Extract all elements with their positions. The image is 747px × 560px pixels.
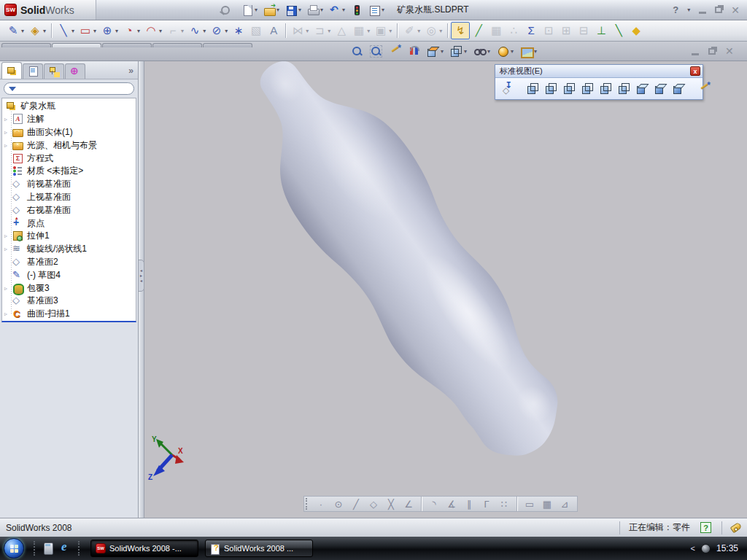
doc-restore-button[interactable] bbox=[708, 48, 716, 55]
splitter-handle[interactable]: ◂▸◂ bbox=[138, 260, 144, 292]
snap-grid-icon[interactable]: ▦ bbox=[539, 497, 555, 511]
expand-caret[interactable]: ▹ bbox=[4, 311, 12, 317]
save-button[interactable]: ▾ bbox=[283, 3, 303, 18]
menu-help[interactable] bbox=[200, 8, 213, 12]
tab-dimxpert[interactable] bbox=[203, 43, 252, 47]
close-button[interactable]: ✕ bbox=[731, 4, 740, 16]
tags-icon[interactable] bbox=[730, 522, 743, 533]
expand-caret[interactable]: ▹ bbox=[4, 285, 12, 292]
scene-icon[interactable]: ▾ bbox=[518, 43, 539, 59]
bottom-view-icon[interactable] bbox=[616, 81, 632, 96]
panel-overflow-button[interactable]: » bbox=[125, 66, 136, 79]
tree-item-origin[interactable]: ▹ 原点 bbox=[2, 217, 136, 230]
snap-intersection-icon[interactable]: ╳ bbox=[383, 497, 399, 511]
expand-caret[interactable]: ▹ bbox=[4, 129, 12, 136]
section-tool-icon[interactable] bbox=[406, 43, 422, 59]
ellipse-button[interactable]: ⊘▾ bbox=[208, 22, 230, 39]
dropdown-caret[interactable]: ▾ bbox=[255, 7, 258, 13]
options-button[interactable]: ▾ bbox=[366, 3, 387, 18]
graphics-viewport[interactable]: 标准视图(E) x Y X Z bbox=[144, 61, 747, 518]
appearance-icon[interactable]: ▾ bbox=[495, 43, 516, 59]
doc-close-button[interactable]: ✕ bbox=[725, 45, 734, 57]
tree-item-top-plane[interactable]: ▹ 上视基准面 bbox=[2, 191, 136, 204]
spline-button[interactable]: ∿▾ bbox=[186, 22, 208, 39]
tree-item-helix1[interactable]: ▹ 螺旋线/涡状线1 bbox=[2, 243, 136, 256]
dropdown-caret[interactable]: ▾ bbox=[441, 48, 444, 55]
move-entities-button[interactable]: ▣▾ bbox=[372, 22, 394, 39]
polygon-button[interactable]: ⊕▾ bbox=[98, 22, 120, 39]
snap-nearest-icon[interactable]: ∡ bbox=[444, 497, 460, 511]
quicklaunch-app-icon[interactable] bbox=[42, 542, 55, 555]
dropdown-caret[interactable]: ▾ bbox=[382, 7, 384, 13]
rebuild-button[interactable] bbox=[349, 3, 365, 18]
dropdown-caret[interactable]: ▾ bbox=[417, 28, 420, 34]
sketch-points-button[interactable]: ∴ bbox=[505, 22, 522, 39]
standard-views-titlebar[interactable]: 标准视图(E) x bbox=[495, 65, 703, 78]
dropdown-caret[interactable]: ▾ bbox=[367, 28, 370, 34]
print-button[interactable]: ▾ bbox=[305, 3, 325, 18]
view-orientation-wand-icon[interactable] bbox=[387, 43, 403, 59]
tree-item-annotations[interactable]: ▹ 注解 bbox=[2, 113, 136, 126]
dropdown-caret[interactable]: ▾ bbox=[181, 28, 184, 34]
toolbar-drag-handle[interactable] bbox=[306, 498, 309, 510]
plane-button[interactable]: ◆ bbox=[627, 22, 645, 39]
fillet-button[interactable]: ⌐▾ bbox=[164, 22, 186, 39]
open-button[interactable]: ▾ bbox=[261, 3, 282, 18]
dropdown-caret[interactable]: ▾ bbox=[276, 7, 279, 13]
quick-tips-icon[interactable]: ? bbox=[700, 522, 711, 533]
snap-angle-icon[interactable]: ∠ bbox=[400, 497, 417, 511]
configuration-manager-tab[interactable] bbox=[44, 63, 64, 79]
line-button[interactable]: ╲▾ bbox=[55, 22, 77, 39]
arc-button[interactable]: ◠▾ bbox=[142, 22, 164, 39]
dropdown-caret[interactable]: ▾ bbox=[137, 28, 140, 34]
derived-sketch-button[interactable]: ⊡ bbox=[540, 22, 557, 39]
tree-item-surface-bodies[interactable]: ▹ 曲面实体(1) bbox=[2, 126, 136, 139]
dimetric-view-icon[interactable] bbox=[670, 81, 687, 96]
dropdown-caret[interactable]: ▾ bbox=[203, 28, 206, 34]
reference-axes-button[interactable]: ⊥ bbox=[592, 22, 610, 39]
expand-caret[interactable]: ▹ bbox=[4, 233, 12, 239]
rectangle-button[interactable]: ▭▾ bbox=[77, 22, 98, 39]
sketch-button[interactable]: ✎▾ bbox=[4, 22, 26, 39]
feature-manager-tab[interactable] bbox=[1, 62, 22, 79]
dropdown-caret[interactable]: ▾ bbox=[439, 28, 442, 34]
snap-parallel-icon[interactable]: ∥ bbox=[461, 497, 477, 511]
front-view-icon[interactable] bbox=[525, 81, 541, 96]
help-button[interactable]: ? bbox=[673, 4, 678, 15]
filter-box[interactable] bbox=[4, 82, 134, 95]
circle-button[interactable]: ◔▾ bbox=[120, 22, 142, 39]
dropdown-caret[interactable]: ▾ bbox=[389, 28, 392, 34]
add-blocks-button[interactable]: ⊞ bbox=[557, 22, 575, 39]
tree-item-material[interactable]: ▹ 材质 <未指定> bbox=[2, 165, 136, 178]
dropdown-caret[interactable]: ▾ bbox=[159, 28, 162, 34]
dropdown-caret[interactable]: ▾ bbox=[487, 48, 490, 55]
text-button[interactable]: A bbox=[265, 22, 282, 39]
rapid-sketch-button[interactable]: ↯ bbox=[451, 22, 470, 39]
zoom-area-icon[interactable] bbox=[368, 43, 384, 59]
display-style-icon[interactable]: ▾ bbox=[448, 43, 469, 59]
tree-item-right-plane[interactable]: ▹ 右视基准面 bbox=[2, 203, 136, 217]
menu-file[interactable] bbox=[104, 8, 117, 12]
linear-pattern-button[interactable]: ▦▾ bbox=[350, 22, 372, 39]
convert-entities-button[interactable]: △ bbox=[333, 22, 350, 39]
dropdown-caret[interactable]: ▾ bbox=[328, 28, 330, 34]
menu-tools[interactable] bbox=[168, 8, 181, 12]
explode-blocks-button[interactable]: ⊟ bbox=[575, 22, 592, 39]
dropdown-caret[interactable]: ▾ bbox=[43, 28, 46, 34]
dropdown-caret[interactable]: ▾ bbox=[464, 48, 467, 55]
circular-pattern-button[interactable]: ◎▾ bbox=[422, 22, 444, 39]
dropdown-caret[interactable]: ▾ bbox=[511, 48, 514, 55]
tree-item-front-plane[interactable]: ▹ 前视基准面 bbox=[2, 178, 136, 191]
start-button[interactable] bbox=[4, 538, 24, 559]
isometric-view-icon[interactable] bbox=[634, 81, 651, 96]
menu-insert[interactable] bbox=[152, 8, 165, 12]
pushpin-icon[interactable] bbox=[219, 4, 231, 16]
tree-item-equations[interactable]: ▹ 方程式 bbox=[2, 152, 136, 165]
offset-button[interactable]: ⊐▾ bbox=[311, 22, 333, 39]
zoom-fit-icon[interactable] bbox=[349, 43, 365, 59]
panel-splitter[interactable]: ◂▸◂ bbox=[139, 61, 144, 518]
menu-window[interactable] bbox=[184, 8, 197, 12]
restore-button[interactable] bbox=[715, 7, 722, 13]
tab-features[interactable] bbox=[1, 43, 51, 47]
task-solidworks-main[interactable]: SW SolidWorks 2008 -... bbox=[90, 540, 198, 557]
